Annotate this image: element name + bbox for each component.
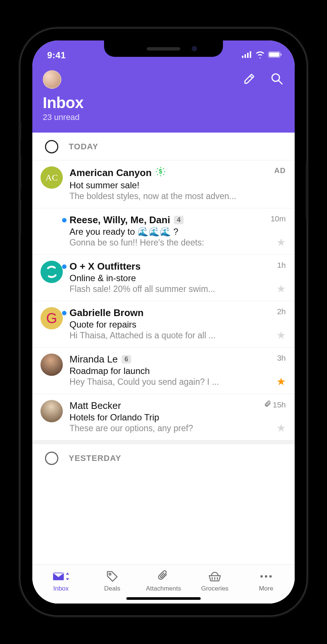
message-preview: Flash sale! 20% off all summer swim...	[69, 284, 253, 294]
svg-rect-0	[242, 56, 243, 58]
battery-icon	[268, 51, 282, 59]
message-subject: Hotels for Orlando Trip	[69, 412, 253, 423]
message-time: 15h	[264, 400, 286, 409]
unread-dot-icon	[62, 311, 67, 315]
message-subject: Are you ready to 🌊🌊🌊 ?	[69, 227, 253, 237]
mute-switch[interactable]	[19, 121, 21, 140]
pencil-icon	[243, 72, 256, 87]
compose-button[interactable]	[242, 72, 257, 87]
more-icon	[259, 570, 273, 583]
svg-rect-5	[269, 52, 279, 57]
message-time: 10m	[271, 214, 286, 223]
swirl-icon	[44, 264, 59, 279]
message-subject: Roadmap for launch	[69, 366, 253, 376]
svg-rect-3	[250, 51, 251, 58]
message-time: 1h	[277, 261, 286, 270]
screen: 9:41	[32, 40, 295, 604]
paperclip-icon	[264, 400, 271, 409]
star-toggle[interactable]: ★	[276, 330, 286, 341]
message-row[interactable]: O + X Outfitters Online & in-store Flash…	[32, 255, 295, 301]
svg-point-16	[158, 175, 158, 175]
thread-count-badge: 6	[122, 355, 131, 364]
select-all-toggle[interactable]	[45, 452, 58, 465]
message-preview: Gonna be so fun!! Here's the deets:	[69, 238, 253, 248]
message-subject: Hot summer sale!	[69, 180, 253, 191]
sender-name: American Canyon	[69, 167, 152, 179]
svg-point-13	[165, 172, 165, 172]
message-subject: Online & in-store	[69, 273, 253, 283]
svg-line-8	[279, 81, 282, 84]
message-row[interactable]: Reese, Willy, Me, Dani 4 Are you ready t…	[32, 208, 295, 255]
volume-up-button[interactable]	[19, 155, 21, 190]
svg-rect-6	[281, 53, 282, 56]
unread-count: 23 unread	[43, 113, 284, 122]
message-subject: Quote for repairs	[69, 319, 253, 330]
star-toggle[interactable]: ★	[276, 377, 286, 387]
tab-label: Attachments	[146, 585, 181, 592]
tab-attachments[interactable]: Attachments	[138, 570, 189, 592]
speaker-grille	[147, 47, 180, 51]
paperclip-icon	[158, 570, 169, 583]
tab-label: Inbox	[53, 585, 69, 592]
svg-point-17	[164, 175, 164, 175]
select-all-toggle[interactable]	[45, 140, 58, 153]
thread-count-badge: 4	[174, 216, 184, 224]
basket-icon	[208, 570, 222, 583]
tab-more[interactable]: More	[240, 570, 292, 592]
section-divider	[32, 440, 295, 444]
home-indicator[interactable]	[126, 597, 201, 600]
message-row[interactable]: G Gabrielle Brown Quote for repairs Hi T…	[32, 301, 295, 348]
tab-inbox[interactable]: Inbox	[35, 570, 87, 592]
tag-icon	[106, 570, 119, 583]
svg-point-24	[265, 575, 267, 578]
sender-avatar	[41, 261, 63, 283]
sender-name: Gabrielle Brown	[69, 307, 143, 319]
dollar-icon: $	[155, 166, 166, 179]
svg-point-12	[156, 172, 157, 172]
star-toggle[interactable]: ★	[276, 423, 286, 433]
search-button[interactable]	[269, 72, 284, 87]
sender-name: Miranda Le	[69, 354, 118, 365]
tab-deals[interactable]: Deals	[87, 570, 138, 592]
message-preview: Hi Thaisa, Attached is a quote for all .…	[69, 331, 253, 341]
star-toggle[interactable]: ★	[276, 237, 286, 248]
unread-dot-icon	[62, 218, 67, 222]
star-toggle[interactable]: ★	[276, 284, 286, 294]
message-row[interactable]: Miranda Le 6 Roadmap for launch Hey Thai…	[32, 348, 295, 394]
message-time: 2h	[277, 307, 286, 316]
section-label: TODAY	[69, 142, 98, 152]
sender-name: Matt Becker	[69, 400, 121, 412]
sender-avatar: AC	[41, 166, 63, 189]
sender-avatar-group	[41, 214, 63, 237]
svg-point-25	[269, 575, 272, 578]
svg-point-19	[109, 573, 111, 575]
phone-frame: 9:41	[20, 29, 307, 615]
search-icon	[270, 72, 284, 87]
section-header-today: TODAY	[32, 133, 295, 160]
notch	[104, 40, 223, 57]
front-camera	[192, 46, 197, 51]
inbox-icon	[53, 570, 69, 583]
message-list[interactable]: TODAY AC American Canyon $ Ho	[32, 133, 295, 604]
sender-avatar	[41, 400, 63, 422]
wifi-icon	[255, 51, 265, 60]
section-header-yesterday: YESTERDAY	[32, 444, 295, 467]
message-preview: These are our options, any pref?	[69, 423, 253, 433]
page-title: Inbox	[43, 94, 284, 112]
volume-down-button[interactable]	[19, 199, 21, 235]
svg-point-15	[164, 169, 164, 169]
sender-avatar: G	[41, 307, 63, 329]
status-time: 9:41	[47, 50, 66, 61]
svg-text:$: $	[159, 168, 162, 175]
svg-point-11	[161, 176, 161, 176]
profile-avatar[interactable]	[43, 70, 61, 89]
message-row[interactable]: Matt Becker Hotels for Orlando Trip Thes…	[32, 394, 295, 440]
svg-rect-1	[245, 54, 246, 58]
ad-label: AD	[274, 166, 286, 175]
section-label: YESTERDAY	[69, 453, 121, 463]
sender-name: O + X Outfitters	[69, 261, 140, 272]
power-button[interactable]	[306, 162, 308, 218]
tab-label: More	[259, 585, 273, 592]
message-row-ad[interactable]: AC American Canyon $ Hot summer sale! Th…	[32, 160, 295, 208]
tab-groceries[interactable]: Groceries	[189, 570, 240, 592]
